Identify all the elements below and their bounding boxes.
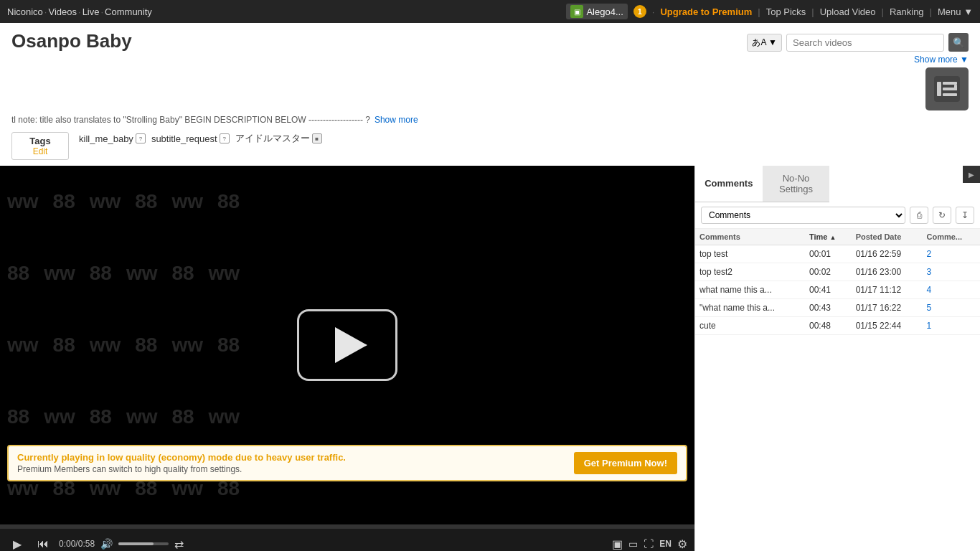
cell-date: 01/17 11:12 — [852, 281, 923, 299]
user-avatar-icon: ▣ — [570, 5, 583, 18]
cell-count: 1 — [923, 317, 980, 335]
nav-videos[interactable]: Videos — [48, 6, 77, 17]
top-picks-link[interactable]: Top Picks — [766, 6, 806, 17]
tags-row: Tags Edit kill_me_baby ? subtitle_reques… — [0, 129, 980, 166]
username: Alego4... — [586, 6, 623, 17]
time-current: 0:00 — [59, 539, 75, 549]
tags-edit-link[interactable]: Edit — [33, 146, 48, 156]
comments-tabs-wrapper: Comments No-No Settings ▶ — [695, 166, 980, 202]
volume-slider[interactable] — [118, 542, 169, 545]
show-more-link[interactable]: Show more — [374, 115, 418, 125]
tag-icon-2[interactable]: ? — [220, 133, 230, 143]
notification-badge[interactable]: 1 — [633, 5, 646, 18]
tab-corner-icon: ▶ — [963, 166, 980, 183]
svg-rect-1 — [937, 82, 941, 96]
low-quality-notice: Currently playing in low quality (econom… — [7, 445, 687, 481]
repeat-button[interactable]: ⇄ — [174, 537, 184, 551]
skip-back-button[interactable]: ⏮ — [33, 534, 53, 551]
refresh-btn[interactable]: ↻ — [933, 207, 951, 224]
count-link[interactable]: 1 — [927, 321, 932, 331]
topbar: Niconico · Videos · Live · Community ▣ A… — [0, 0, 980, 23]
skip-back-icon: ⏮ — [37, 537, 49, 550]
time-total: 0:58 — [78, 539, 95, 549]
tab-comments[interactable]: Comments — [695, 166, 763, 202]
video-area[interactable]: ww 88 ww 88 ww 88 88 ww 88 ww 88 ww ww — [0, 166, 694, 524]
nav-community[interactable]: Community — [105, 6, 152, 17]
cell-count: 4 — [923, 281, 980, 299]
cell-comment: what name this a... — [695, 281, 805, 299]
cell-time: 00:02 — [805, 263, 852, 281]
header-right-actions: あA ▼ 🔍 Show more ▼ — [747, 30, 969, 110]
download-btn[interactable]: ↧ — [956, 207, 974, 224]
table-row[interactable]: what name this a...00:4101/17 11:124 — [695, 281, 980, 299]
language-button[interactable]: EN — [659, 539, 672, 549]
count-link[interactable]: 4 — [927, 285, 932, 295]
get-premium-button[interactable]: Get Premium Now! — [574, 452, 677, 474]
table-row[interactable]: top test200:0201/16 23:003 — [695, 263, 980, 281]
low-quality-title: Currently playing in low quality (econom… — [17, 452, 574, 463]
cell-time: 00:48 — [805, 317, 852, 335]
comments-sidebar: Comments No-No Settings ▶ Comments ⎙ ↻ ↧ — [694, 166, 980, 551]
count-link[interactable]: 2 — [927, 249, 932, 259]
tags-label: Tags — [29, 136, 50, 146]
play-pause-button[interactable]: ▶ — [7, 534, 27, 551]
cell-comment: "what name this a... — [695, 299, 805, 317]
upgrade-link[interactable]: Upgrade to Premium — [660, 6, 752, 17]
search-area: あA ▼ 🔍 — [747, 33, 969, 52]
keyboard-icon-btn[interactable]: ⎙ — [910, 207, 928, 224]
table-header: Comments Time ▲ Posted Date Comme... — [695, 229, 980, 245]
cell-comment: top test2 — [695, 263, 805, 281]
sep3: · — [100, 6, 103, 17]
count-link[interactable]: 5 — [927, 303, 932, 313]
cell-date: 01/16 22:59 — [852, 245, 923, 263]
lang-selector[interactable]: あA ▼ — [747, 34, 782, 52]
table-row[interactable]: top test00:0101/16 22:592 — [695, 245, 980, 263]
tag-name-3: アイドルマスター — [235, 132, 310, 145]
nav-live[interactable]: Live — [83, 6, 100, 17]
col-posted-date[interactable]: Posted Date — [852, 229, 923, 245]
tags-list: kill_me_baby ? subtitle_request ? アイドルマス… — [76, 132, 325, 145]
comments-data-table: Comments Time ▲ Posted Date Comme... — [695, 229, 980, 335]
volume-icon: 🔊 — [100, 538, 113, 550]
play-button[interactable] — [297, 309, 397, 381]
refresh-icon: ↻ — [938, 210, 946, 220]
tag-name-2: subtitle_request — [151, 133, 217, 144]
description-text: tl note: title also translates to "Strol… — [11, 115, 370, 125]
show-more-right-link[interactable]: Show more ▼ — [914, 55, 969, 65]
download-icon: ↧ — [961, 210, 969, 220]
fullscreen-button[interactable]: ⛶ — [644, 538, 654, 550]
upload-link[interactable]: Upload Video — [820, 6, 876, 17]
comment-filter-select[interactable]: Comments — [701, 207, 905, 224]
cell-count: 3 — [923, 263, 980, 281]
search-input[interactable] — [786, 34, 944, 52]
settings-button[interactable]: ⚙ — [677, 537, 687, 551]
ranking-link[interactable]: Ranking — [890, 6, 924, 17]
count-link[interactable]: 3 — [927, 267, 932, 277]
topbar-actions: ▣ Alego4... 1 · Upgrade to Premium | Top… — [566, 4, 973, 19]
comment-icon: ▣ — [612, 538, 623, 550]
col-count[interactable]: Comme... — [923, 229, 980, 245]
svg-rect-4 — [943, 88, 957, 90]
table-row[interactable]: "what name this a...00:4301/17 16:225 — [695, 299, 980, 317]
col-comments[interactable]: Comments — [695, 229, 805, 245]
volume-button[interactable]: 🔊 — [100, 538, 113, 550]
play-pause-icon: ▶ — [13, 537, 22, 551]
tag-icon-1[interactable]: ? — [136, 133, 146, 143]
tag-name-1: kill_me_baby — [79, 133, 133, 144]
search-icon: 🔍 — [953, 37, 965, 48]
tab-nono-settings[interactable]: No-No Settings — [763, 166, 830, 202]
cell-count: 2 — [923, 245, 980, 263]
tag-icon-3[interactable]: ■ — [312, 133, 322, 143]
normal-view-button[interactable]: ▭ — [628, 538, 638, 550]
tag-kill-me-baby: kill_me_baby ? — [79, 133, 146, 144]
nav-niconico[interactable]: Niconico — [7, 6, 43, 17]
seekbar[interactable] — [0, 524, 694, 529]
table-row[interactable]: cute00:4801/15 22:441 — [695, 317, 980, 335]
menu-link[interactable]: Menu ▼ — [938, 6, 973, 17]
col-time[interactable]: Time ▲ — [805, 229, 852, 245]
search-button[interactable]: 🔍 — [948, 33, 969, 52]
settings-icon: ⚙ — [677, 538, 687, 550]
sep7: | — [930, 6, 932, 17]
comment-toggle-button[interactable]: ▣ — [612, 537, 623, 551]
sep4: | — [758, 6, 760, 17]
